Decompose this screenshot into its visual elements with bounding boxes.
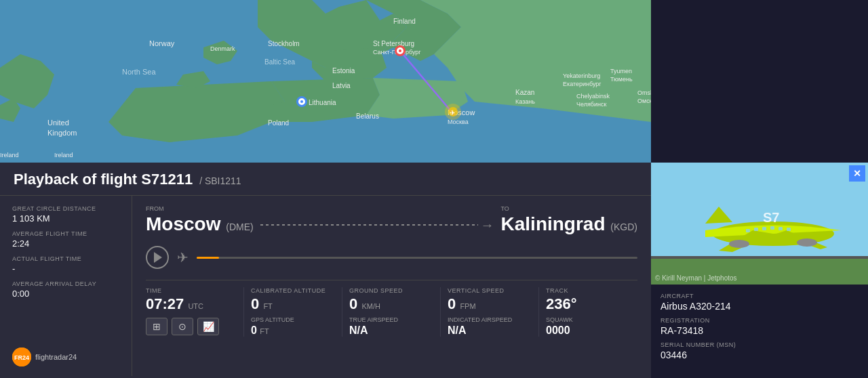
registration-value: RA-73418 bbox=[660, 325, 859, 336]
title-bar: Playback of flight S71211 / SBI1211 bbox=[0, 163, 651, 196]
svg-text:Казань: Казань bbox=[515, 98, 535, 105]
svg-text:Estonia: Estonia bbox=[332, 67, 355, 75]
svg-point-36 bbox=[399, 49, 401, 52]
main-content: GREAT CIRCLE DISTANCE 1 103 KM AVERAGE F… bbox=[0, 196, 651, 376]
track-label: TRACK bbox=[546, 287, 631, 294]
progress-fill bbox=[197, 257, 219, 259]
route-arrow: → bbox=[254, 217, 501, 233]
plane-icon: ✈ bbox=[177, 249, 189, 266]
registration-row: REGISTRATION RA-73418 bbox=[660, 317, 859, 336]
svg-text:Baltic Sea: Baltic Sea bbox=[264, 58, 295, 66]
svg-text:Екатеринбург: Екатеринбург bbox=[563, 81, 601, 87]
play-icon bbox=[154, 252, 162, 263]
svg-text:Kazan: Kazan bbox=[515, 89, 534, 96]
svg-text:Belarus: Belarus bbox=[356, 112, 379, 120]
fr-logo-icon: FR24 bbox=[12, 348, 31, 366]
svg-text:Yekaterinburg: Yekaterinburg bbox=[563, 72, 600, 79]
progress-bar[interactable] bbox=[197, 257, 637, 259]
svg-text:Stockholm: Stockholm bbox=[268, 40, 300, 47]
svg-rect-49 bbox=[754, 228, 758, 231]
ias-value: N/A bbox=[448, 324, 532, 337]
gps-alt-value: 0 FT bbox=[251, 324, 335, 337]
svg-text:Kingdom: Kingdom bbox=[47, 129, 77, 137]
cal-alt-value: 0 FT bbox=[251, 296, 335, 312]
bottom-panel: Playback of flight S71211 / SBI1211 GREA… bbox=[0, 163, 868, 378]
from-label: FROM bbox=[146, 205, 254, 212]
svg-text:Chelyabinsk: Chelyabinsk bbox=[576, 93, 610, 100]
data-time: TIME 07:27 UTC ⊞ ⊙ 📈 bbox=[146, 287, 244, 337]
flight-title-prefix: Playback of flight S71211 bbox=[14, 171, 193, 188]
center-route: FROM Moscow (DME) → TO Kaliningrad (KGD) bbox=[132, 196, 651, 376]
map-section: North Sea Baltic Sea United Kingdom Norw… bbox=[0, 0, 651, 163]
ias-label: INDICATED AIRSPEED bbox=[448, 316, 532, 323]
stat-delay: AVERAGE ARRIVAL DELAY 0:00 bbox=[12, 280, 119, 299]
svg-text:Ireland: Ireland bbox=[0, 152, 19, 159]
svg-text:Тюмень: Тюмень bbox=[610, 76, 633, 83]
svg-text:FR24: FR24 bbox=[14, 354, 29, 361]
close-button[interactable]: ✕ bbox=[849, 165, 865, 182]
time-label: TIME bbox=[146, 287, 237, 294]
from-city: FROM Moscow (DME) bbox=[146, 205, 254, 235]
arrow-line bbox=[260, 224, 478, 226]
flight-info: Playback of flight S71211 / SBI1211 GREA… bbox=[0, 163, 651, 378]
map-view-button[interactable]: ⊙ bbox=[172, 318, 193, 335]
svg-rect-50 bbox=[762, 227, 766, 230]
from-city-name: Moscow (DME) bbox=[146, 213, 254, 235]
svg-text:United: United bbox=[47, 119, 69, 127]
serial-number-value: 03446 bbox=[660, 350, 859, 360]
gps-alt-label: GPS ALTITUDE bbox=[251, 316, 335, 323]
serial-number-label: SERIAL NUMBER (MSN) bbox=[660, 341, 859, 348]
svg-text:Челябинск: Челябинск bbox=[576, 101, 606, 108]
svg-text:Lithuania: Lithuania bbox=[309, 99, 336, 106]
photo-credit: © Kirill Neyman | Jetphotos bbox=[655, 274, 737, 282]
control-buttons: ⊞ ⊙ 📈 bbox=[146, 318, 237, 335]
svg-rect-48 bbox=[746, 229, 750, 232]
time-value: 07:27 UTC bbox=[146, 296, 237, 312]
svg-text:Ireland: Ireland bbox=[54, 152, 73, 159]
to-label: TO bbox=[501, 205, 637, 212]
tas-value: N/A bbox=[349, 324, 433, 337]
aircraft-type-row: AIRCRAFT Airbus A320-214 bbox=[660, 293, 859, 312]
squawk-label: SQUAWK bbox=[546, 316, 631, 323]
serial-number-row: SERIAL NUMBER (MSN) 03446 bbox=[660, 341, 859, 360]
squawk-value: 0000 bbox=[546, 324, 631, 337]
chart-view-button[interactable]: 📈 bbox=[197, 318, 219, 335]
svg-text:✈: ✈ bbox=[450, 109, 455, 117]
stat-actual-time: ACTUAL FLIGHT TIME - bbox=[12, 255, 119, 274]
vs-label: VERTICAL SPEED bbox=[448, 287, 532, 294]
stat-avg-time-label: AVERAGE FLIGHT TIME bbox=[12, 230, 119, 237]
vs-value: 0 FPM bbox=[448, 296, 532, 312]
aircraft-details: AIRCRAFT Airbus A320-214 REGISTRATION RA… bbox=[651, 285, 868, 369]
left-stats: GREAT CIRCLE DISTANCE 1 103 KM AVERAGE F… bbox=[0, 196, 132, 376]
right-panel: S7 © Kirill Neyman | Jetphotos ✕ AIRCRAF… bbox=[651, 163, 868, 378]
tas-label: TRUE AIRSPEED bbox=[349, 316, 433, 323]
to-city-name: Kaliningrad (KGD) bbox=[501, 213, 637, 235]
grid-view-button[interactable]: ⊞ bbox=[146, 318, 167, 335]
stat-distance-value: 1 103 KM bbox=[12, 213, 119, 224]
logo-area: FR24 flightradar24 bbox=[12, 348, 119, 366]
play-button[interactable] bbox=[146, 246, 169, 269]
data-track: TRACK 236° SQUAWK 0000 bbox=[539, 287, 637, 337]
arrow-icon: → bbox=[481, 217, 494, 233]
svg-text:Омск: Омск bbox=[637, 98, 651, 104]
svg-text:Denmark: Denmark bbox=[210, 45, 235, 52]
svg-text:S7: S7 bbox=[763, 210, 779, 225]
stat-distance: GREAT CIRCLE DISTANCE 1 103 KM bbox=[12, 205, 119, 224]
flight-icao: / SBI1211 bbox=[199, 175, 241, 186]
stat-actual-time-value: - bbox=[12, 264, 119, 274]
svg-point-33 bbox=[300, 100, 303, 103]
svg-rect-52 bbox=[778, 227, 783, 230]
svg-text:Latvia: Latvia bbox=[332, 82, 351, 89]
svg-rect-51 bbox=[770, 226, 774, 230]
stat-distance-label: GREAT CIRCLE DISTANCE bbox=[12, 205, 119, 212]
svg-point-47 bbox=[797, 238, 817, 247]
svg-text:St Petersburg: St Petersburg bbox=[373, 40, 414, 47]
svg-text:Omsk: Omsk bbox=[637, 89, 651, 96]
track-value: 236° bbox=[546, 296, 631, 312]
stat-avg-time: AVERAGE FLIGHT TIME 2:24 bbox=[12, 230, 119, 249]
stat-delay-value: 0:00 bbox=[12, 289, 119, 299]
aircraft-type-label: AIRCRAFT bbox=[660, 293, 859, 299]
to-city: TO Kaliningrad (KGD) bbox=[501, 205, 637, 235]
stat-actual-time-label: ACTUAL FLIGHT TIME bbox=[12, 255, 119, 262]
gs-label: GROUND SPEED bbox=[349, 287, 433, 294]
